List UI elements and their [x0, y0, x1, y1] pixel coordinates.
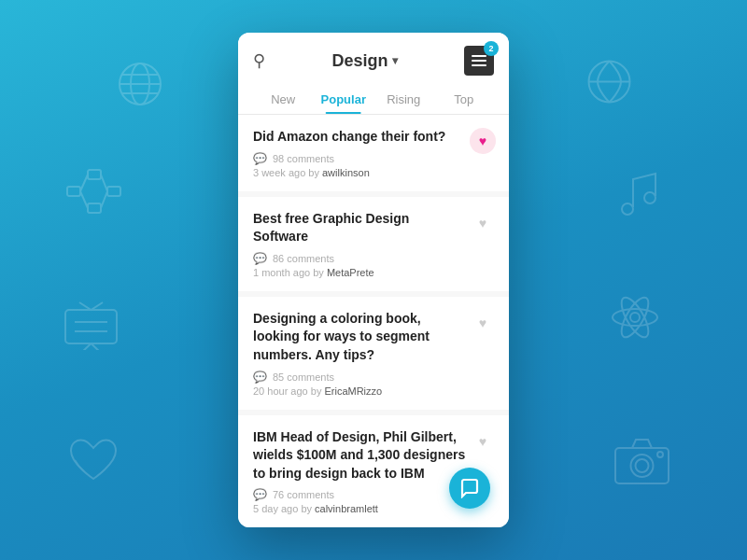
bg-globe-icon [112, 56, 168, 112]
svg-rect-10 [107, 187, 120, 196]
menu-badge: 2 [484, 41, 499, 56]
svg-line-11 [80, 175, 88, 191]
svg-rect-26 [615, 448, 669, 483]
post-comments: 76 comments [273, 489, 334, 500]
post-title: Did Amazon change their font? [253, 128, 494, 147]
heart-icon: ♥ [479, 216, 486, 231]
bg-music-icon [616, 168, 663, 219]
post-meta: 💬 86 comments [253, 252, 494, 265]
post-comments: 85 comments [273, 371, 334, 383]
chat-icon [459, 478, 480, 498]
svg-rect-17 [65, 310, 117, 343]
tab-rising[interactable]: Rising [374, 85, 434, 114]
post-time-author: 20 hour ago by EricaMRizzo [253, 385, 494, 397]
heart-icon: ♥ [479, 434, 486, 449]
svg-point-29 [657, 452, 663, 457]
bg-camera-icon [612, 434, 672, 485]
heart-icon: ♥ [479, 315, 486, 330]
comment-icon: 💬 [253, 371, 267, 384]
svg-point-27 [631, 455, 654, 477]
post-item: Designing a coloring book, looking for w… [238, 297, 509, 410]
like-button[interactable]: ♥ [470, 428, 496, 455]
svg-line-13 [101, 175, 107, 191]
header-title[interactable]: Design ▾ [331, 51, 397, 71]
tab-popular[interactable]: Popular [314, 85, 374, 114]
tab-top[interactable]: Top [434, 85, 495, 114]
svg-point-28 [636, 459, 649, 472]
svg-point-22 [630, 313, 640, 322]
bg-basketball-icon [584, 56, 635, 107]
svg-rect-7 [67, 187, 80, 196]
post-time-author: 3 week ago by awilkinson [253, 167, 494, 178]
post-comments: 86 comments [273, 253, 334, 264]
like-button[interactable]: ♥ [470, 310, 496, 336]
post-item: Did Amazon change their font? 💬 98 comme… [238, 115, 509, 191]
post-comments: 98 comments [273, 153, 334, 164]
svg-point-23 [613, 309, 657, 326]
post-meta: 💬 98 comments [253, 152, 494, 165]
bg-atom-icon [607, 289, 663, 345]
post-feed: Did Amazon change their font? 💬 98 comme… [238, 115, 509, 527]
tab-new[interactable]: New [253, 85, 314, 114]
compose-fab-button[interactable] [449, 468, 490, 509]
tab-bar: New Popular Rising Top [253, 85, 494, 114]
comment-icon: 💬 [253, 252, 267, 265]
phone-card: ⚲ Design ▾ 2 New Popular Rising Top Did … [238, 33, 509, 527]
bg-heart-bg-icon [65, 434, 121, 485]
post-time-author: 1 month ago by MetaPrete [253, 267, 494, 278]
svg-line-19 [92, 343, 102, 350]
post-title: Designing a coloring book, looking for w… [253, 310, 494, 365]
like-button[interactable]: ♥ [470, 210, 496, 236]
chevron-down-icon: ▾ [392, 54, 398, 67]
like-button[interactable]: ♥ [470, 128, 496, 154]
hamburger-icon [472, 55, 486, 66]
svg-rect-9 [88, 203, 101, 213]
svg-rect-8 [88, 170, 101, 179]
search-icon[interactable]: ⚲ [253, 50, 265, 71]
heart-icon: ♥ [479, 133, 486, 148]
svg-line-12 [80, 191, 88, 208]
post-meta: 💬 85 comments [253, 371, 494, 384]
post-title: Best free Graphic Design Software [253, 210, 494, 246]
app-header: ⚲ Design ▾ 2 New Popular Rising Top [238, 33, 509, 115]
svg-point-16 [644, 192, 655, 203]
subreddit-name: Design [331, 51, 388, 71]
comment-icon: 💬 [253, 488, 267, 501]
menu-button[interactable]: 2 [464, 46, 494, 76]
bg-diagram-icon [65, 168, 121, 215]
bg-tv-icon [61, 299, 121, 350]
post-item: Best free Graphic Design Software 💬 86 c… [238, 197, 509, 291]
svg-line-18 [81, 343, 92, 350]
comment-icon: 💬 [253, 152, 267, 165]
svg-line-14 [101, 191, 107, 208]
svg-point-15 [622, 203, 633, 215]
